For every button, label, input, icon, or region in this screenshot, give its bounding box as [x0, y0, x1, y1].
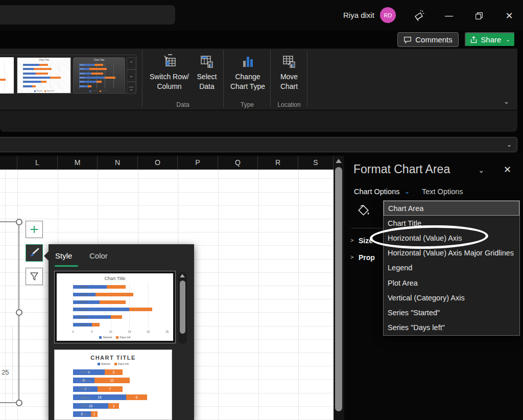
chart-bar-row: Task-5 [23, 68, 68, 70]
chart-bar-row: Task-6 [79, 64, 122, 66]
expand-formula-bar-chevron-icon[interactable]: ⌄ [507, 141, 512, 148]
panel-close-icon[interactable]: ✕ [504, 164, 511, 175]
share-dropdown-chevron-icon[interactable]: ⌄ [506, 37, 510, 42]
gallery-scroll-up-icon[interactable]: ⌃ [127, 57, 136, 69]
chart-bar-row: Task-4 [0, 74, 12, 76]
comments-button[interactable]: Comments [397, 32, 459, 47]
column-header[interactable]: L [17, 156, 58, 169]
chart-styles-button[interactable] [26, 244, 43, 262]
chart-style-thumbnail-light[interactable]: Chart TitleTask-6Task-5Task-4Task-3Task-… [17, 57, 71, 94]
change-chart-type-button[interactable]: Change Chart Type [226, 52, 269, 91]
legend-swatch [98, 363, 100, 365]
category-label: Task-1 [79, 85, 84, 87]
dropdown-item[interactable]: Horizontal (Value) Axis [384, 230, 519, 245]
legend-label: Days left [118, 362, 129, 365]
scroll-up-arrow-icon[interactable] [336, 159, 342, 163]
column-header[interactable]: P [178, 156, 218, 169]
collapse-ribbon-chevron-icon[interactable]: ⌄ [504, 98, 509, 105]
panel-collapse-chevron-icon[interactable]: ⌄ [478, 166, 485, 175]
bar-segment: 7 [98, 386, 122, 392]
sheet-vertical-scrollbar[interactable] [334, 156, 344, 420]
dropdown-item[interactable]: Legend [384, 261, 519, 275]
comments-label: Comments [415, 35, 453, 44]
gallery-scroll-down-icon[interactable]: ⌄ [127, 69, 136, 82]
group-label-type: Type [233, 101, 262, 108]
dropdown-item[interactable]: Series "Started" [384, 305, 519, 320]
select-data-button[interactable]: Select Data [193, 52, 221, 91]
move-chart-button[interactable]: Move Chart [273, 52, 305, 91]
chart-legend: StartedDays left [17, 89, 70, 93]
category-label: Task-1 [73, 413, 90, 416]
tab-style[interactable]: Style [55, 251, 72, 260]
legend-label: Started [103, 336, 112, 339]
dropdown-item[interactable]: Chart Title [384, 216, 519, 230]
dropdown-item[interactable]: Series "Days left" [384, 320, 519, 335]
minimize-icon[interactable]: — [442, 9, 456, 22]
section-size[interactable]: >Size [359, 237, 373, 245]
column-header[interactable]: Q [218, 156, 258, 169]
section-properties[interactable]: >Prop [359, 253, 375, 262]
switch-row-column-button[interactable]: Switch Row/ Column [146, 52, 193, 91]
share-label: Share [481, 35, 501, 44]
chart-options-dropdown-chevron-icon[interactable]: ⌄ [405, 188, 410, 195]
fill-bucket-icon[interactable] [355, 203, 371, 221]
chart-style-preview-selected[interactable]: Chart TitleTask-6Task-5Task-4Task-3Task-… [54, 271, 176, 343]
chart-bar-row: Task-3 [0, 79, 12, 81]
user-name[interactable]: Riya dixit [343, 11, 374, 19]
avatar[interactable]: RD [380, 7, 396, 23]
chart-bar-row: Task-2103 [73, 403, 161, 409]
chart-resize-handle[interactable] [16, 219, 22, 225]
chart-bar-row: Task-4 [79, 73, 122, 75]
search-box[interactable] [0, 5, 175, 25]
close-icon[interactable]: ✕ [503, 9, 516, 22]
chart-filters-button[interactable] [26, 268, 43, 285]
scrollbar-thumb[interactable] [335, 167, 342, 411]
chart-bar-row: Task-695 [73, 369, 161, 375]
chart-bar-row: Task-4 [73, 300, 167, 304]
bar-segment [111, 315, 122, 319]
legend-swatch [116, 336, 118, 339]
dropdown-item[interactable]: Plot Area [384, 275, 519, 290]
column-header-partial[interactable] [0, 156, 17, 169]
bar-segment [96, 293, 133, 296]
chart-style-thumbnail-partial[interactable]: Chart TitleTask-6Task-5Task-4Task-3Task-… [0, 57, 14, 94]
column-header[interactable]: R [258, 156, 298, 169]
legend-swatch [89, 90, 91, 92]
bar-segment [89, 68, 107, 70]
dropdown-item[interactable]: Horizontal (Value) Axis Major Gridlines [384, 246, 519, 261]
bar-segment [39, 64, 49, 66]
chart-title: Chart Title [74, 59, 125, 61]
column-header[interactable]: N [98, 156, 138, 169]
chart-style-thumbnail-dark[interactable]: Chart TitleTask-6Task-5Task-4Task-3Task-… [73, 57, 125, 94]
legend-label: Days left [47, 90, 54, 92]
formula-bar[interactable]: ⌄ [0, 137, 517, 152]
change-chart-type-label: Change Chart Type [226, 72, 269, 91]
dropdown-item[interactable]: Vertical (Category) Axis [384, 290, 519, 305]
restore-icon[interactable] [472, 9, 486, 22]
category-label: Task-6 [73, 370, 90, 374]
chart-resize-handle[interactable] [16, 400, 22, 406]
scroll-up-arrow-icon[interactable] [180, 274, 185, 277]
tab-chart-options[interactable]: Chart Options [354, 188, 399, 196]
chart-style-preview[interactable]: CHART TITLEStartedDays leftTask-695Task-… [54, 349, 172, 420]
feedback-megaphone-icon[interactable] [412, 9, 425, 22]
chart-bar-row: Task-3 [23, 77, 68, 79]
gallery-more-icon[interactable]: —⌄ [127, 82, 136, 94]
plus-icon [29, 224, 39, 235]
category-label: Task-3 [23, 77, 28, 79]
axis-tick-label: 5 [91, 330, 92, 333]
column-header[interactable]: O [138, 156, 178, 169]
popup-scrollbar[interactable] [178, 272, 187, 344]
tab-text-options[interactable]: Text Options [422, 188, 463, 196]
dropdown-item[interactable]: Chart Area [384, 201, 519, 216]
chart-resize-handle[interactable] [16, 309, 22, 316]
chart-title: Chart Title [57, 276, 173, 281]
share-button[interactable]: Share ⌄ [465, 32, 515, 47]
column-header[interactable]: M [58, 156, 98, 169]
column-header[interactable]: S [298, 156, 334, 169]
scrollbar-thumb[interactable] [180, 281, 185, 334]
chart-elements-button[interactable] [26, 221, 43, 238]
tab-color[interactable]: Color [89, 251, 108, 260]
chart-bar-row: Task-1 [73, 323, 167, 326]
category-label: Task-5 [73, 293, 88, 296]
